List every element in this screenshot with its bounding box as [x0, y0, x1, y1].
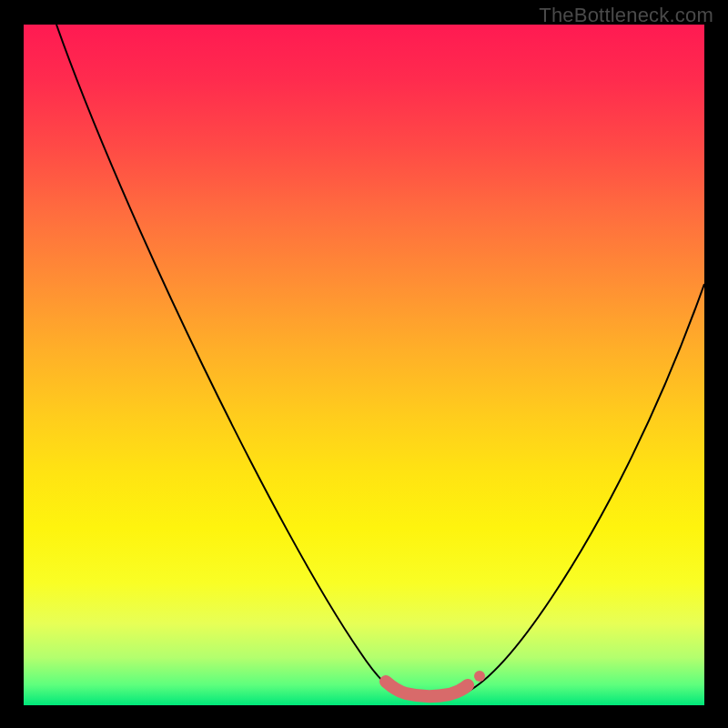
- right-curve: [433, 284, 704, 695]
- chart-curves: [24, 25, 704, 705]
- optimum-marker-dot: [474, 671, 485, 682]
- left-curve: [56, 25, 433, 695]
- optimum-marker-band: [386, 682, 468, 696]
- chart-frame: TheBottleneck.com: [0, 0, 728, 728]
